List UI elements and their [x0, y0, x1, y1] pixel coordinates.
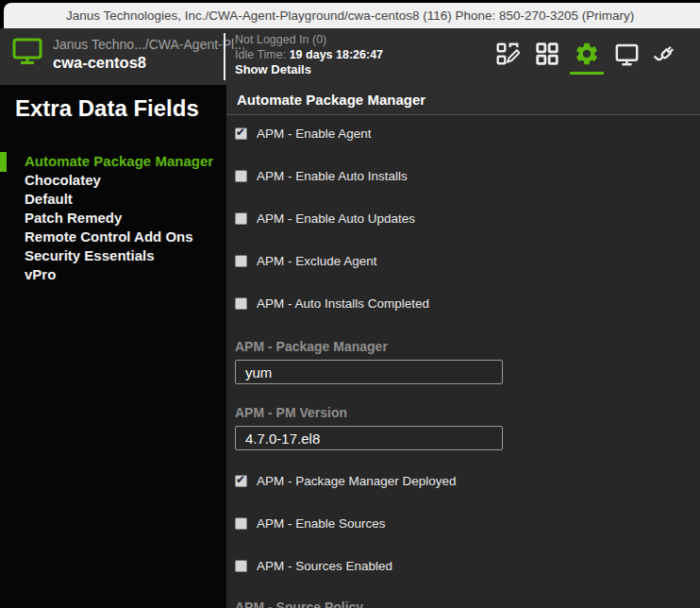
checkbox[interactable]: [235, 517, 247, 530]
sidebar-item-automate-package-manager[interactable]: Automate Package Manager: [25, 152, 213, 171]
sidebar-item-label: Chocolatey: [25, 172, 101, 188]
sidebar-title: Extra Data Fields: [15, 95, 199, 122]
checkbox-label: APM - Exclude Agent: [257, 254, 377, 268]
show-details-link[interactable]: Show Details: [235, 62, 383, 77]
checkbox-label: APM - Sources Enabled: [257, 559, 392, 573]
sidebar-item-label: Automate Package Manager: [25, 153, 213, 169]
login-status: Not Logged In (0): [235, 32, 383, 47]
app-icon-bar: [494, 41, 679, 67]
form-edit-icon[interactable]: [494, 41, 521, 67]
host-block: Janus Techno.../CWA-Agent-Pl... cwa-cent…: [53, 37, 245, 72]
checkbox[interactable]: [235, 212, 247, 225]
computer-name: cwa-centos8: [53, 54, 245, 72]
checkbox[interactable]: [235, 127, 247, 140]
breadcrumb[interactable]: Janus Techno.../CWA-Agent-Pl...: [53, 37, 245, 52]
session-block: Not Logged In (0) Idle Time: 19 days 18:…: [235, 32, 383, 77]
grid-icon[interactable]: [534, 41, 560, 67]
sidebar: Extra Data Fields Automate Package Manag…: [0, 85, 226, 608]
checkbox[interactable]: [235, 560, 247, 572]
window-title-bar: Janus Technologies, Inc./CWA-Agent-Playg…: [0, 0, 700, 28]
idle-time: Idle Time: 19 days 18:26:47: [235, 47, 383, 62]
sidebar-list: Automate Package Manager Chocolatey Defa…: [25, 152, 213, 284]
sidebar-item-label: Security Essentials: [25, 247, 155, 263]
apm-package-manager-input[interactable]: [235, 360, 503, 384]
field-apm-enable-sources[interactable]: APM - Enable Sources: [235, 515, 386, 531]
field-apm-enable-auto-installs[interactable]: APM - Enable Auto Installs: [235, 168, 408, 183]
field-apm-auto-installs-completed[interactable]: APM - Auto Installs Completed: [235, 296, 429, 311]
selected-item-indicator: [0, 152, 7, 172]
sidebar-item-label: vPro: [25, 266, 56, 282]
sidebar-item-label: Default: [25, 191, 73, 207]
sidebar-item-vpro[interactable]: vPro: [25, 265, 213, 284]
body: Extra Data Fields Automate Package Manag…: [0, 85, 700, 608]
sidebar-item-remote-control-add-ons[interactable]: Remote Control Add Ons: [25, 228, 213, 246]
apm-pm-version-input[interactable]: [235, 426, 503, 450]
idle-time-value: 19 days 18:26:47: [290, 48, 383, 61]
sidebar-item-chocolatey[interactable]: Chocolatey: [25, 171, 213, 190]
field-apm-enable-auto-updates[interactable]: APM - Enable Auto Updates: [235, 211, 415, 226]
plug-icon[interactable]: [653, 41, 679, 67]
checkbox[interactable]: [235, 475, 247, 487]
checkbox-label: APM - Package Manager Deployed: [257, 474, 457, 488]
page-title: Automate Package Manager: [237, 92, 425, 108]
checkbox-label: APM - Enable Auto Updates: [257, 211, 415, 226]
field-label-apm-pm-version: APM - PM Version: [235, 405, 347, 420]
checkbox-label: APM - Enable Agent: [257, 127, 372, 141]
checkbox[interactable]: [235, 255, 247, 267]
checkbox[interactable]: [235, 297, 247, 310]
main-header: Automate Package Manager: [226, 85, 700, 115]
app-bar: Janus Techno.../CWA-Agent-Pl... cwa-cent…: [0, 28, 700, 85]
monitor-icon[interactable]: [613, 41, 640, 67]
tab-title: Janus Technologies, Inc./CWA-Agent-Playg…: [66, 8, 634, 23]
app-bar-divider: [224, 33, 225, 80]
field-label-apm-package-manager: APM - Package Manager: [235, 339, 388, 354]
sidebar-item-security-essentials[interactable]: Security Essentials: [25, 246, 213, 265]
field-apm-enable-agent[interactable]: APM - Enable Agent: [235, 126, 372, 141]
field-label-apm-source-policy: APM - Source Policy: [235, 600, 363, 608]
field-apm-exclude-agent[interactable]: APM - Exclude Agent: [235, 253, 377, 268]
main-panel: Automate Package Manager APM - Enable Ag…: [226, 85, 700, 608]
checkbox[interactable]: [235, 170, 247, 182]
idle-time-label: Idle Time:: [235, 48, 290, 61]
checkbox-label: APM - Auto Installs Completed: [257, 296, 429, 311]
computer-status-icon: [12, 38, 42, 66]
field-apm-sources-enabled[interactable]: APM - Sources Enabled: [235, 558, 392, 573]
checkbox-label: APM - Enable Auto Installs: [257, 169, 408, 183]
checkbox-label: APM - Enable Sources: [257, 516, 386, 531]
sidebar-item-patch-remedy[interactable]: Patch Remedy: [25, 209, 213, 228]
screen: Janus Technologies, Inc./CWA-Agent-Playg…: [0, 0, 700, 608]
field-apm-package-manager-deployed[interactable]: APM - Package Manager Deployed: [235, 473, 457, 488]
sidebar-item-label: Remote Control Add Ons: [25, 228, 193, 245]
browser-tab[interactable]: Janus Technologies, Inc./CWA-Agent-Playg…: [4, 3, 700, 28]
gear-icon[interactable]: [574, 41, 600, 67]
sidebar-item-default[interactable]: Default: [25, 190, 213, 209]
sidebar-item-label: Patch Remedy: [25, 210, 122, 226]
